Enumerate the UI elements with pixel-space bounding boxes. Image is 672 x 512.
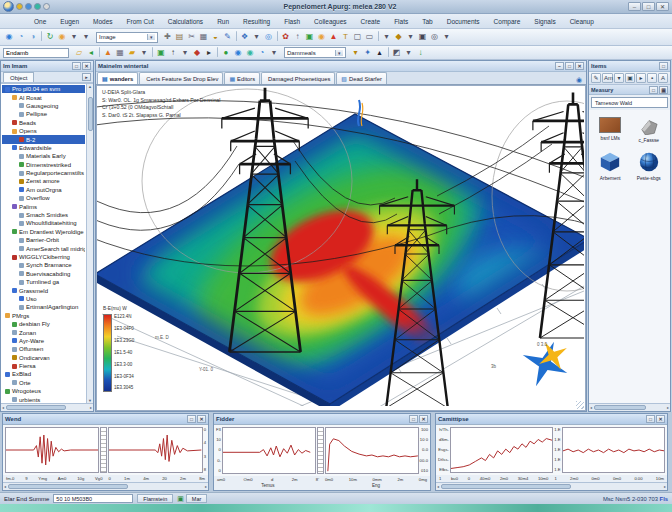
scroll-left-icon[interactable]: ◂ <box>2 405 4 410</box>
scroll-thumb[interactable] <box>594 405 646 410</box>
properties-tool-button[interactable]: A <box>658 73 668 83</box>
tree-item[interactable]: Am outOrgna <box>2 186 85 194</box>
toolbar-icon[interactable]: ▸ <box>203 47 215 59</box>
toolbar-icon[interactable]: ✦ <box>362 47 374 59</box>
image-combo[interactable]: Image▾ <box>96 32 158 43</box>
chevron-down-icon[interactable]: ▾ <box>147 34 155 40</box>
tree-item[interactable]: Barrier-Orbit <box>2 236 85 244</box>
scroll-thumb[interactable] <box>441 484 571 489</box>
status-button[interactable]: Flamstein <box>137 494 173 503</box>
menu-item[interactable]: Compare <box>488 17 527 26</box>
plot-horizontal-scrollbar[interactable]: ◂▸ <box>3 482 208 490</box>
tree-horizontal-scrollbar[interactable]: ◂▸ <box>1 403 93 411</box>
toolbar-icon[interactable]: ▤ <box>174 31 186 43</box>
tree-item[interactable]: Opens <box>2 127 85 135</box>
toolbar-icon[interactable]: ▰ <box>126 47 138 59</box>
material-tile-cube[interactable]: Arbement <box>592 148 629 184</box>
menu-item[interactable]: Flats <box>388 17 414 26</box>
tree-item[interactable]: Zonan <box>2 328 85 336</box>
scroll-thumb[interactable] <box>8 484 128 489</box>
scroll-down-icon[interactable]: ▼ <box>88 398 92 403</box>
toolbar-icon[interactable]: ◂ <box>85 47 97 59</box>
template-dropdown[interactable]: Tamesow Wald <box>591 97 668 108</box>
quick-dot-icon[interactable] <box>34 3 41 10</box>
tree-item[interactable]: Orte <box>2 379 85 387</box>
panel-button[interactable]: □ <box>72 62 81 70</box>
window-control-button[interactable]: – <box>628 2 641 11</box>
panel-button[interactable]: ✕ <box>656 415 665 423</box>
tree-item[interactable]: ErtimanlAgarlington <box>2 303 85 311</box>
menu-item[interactable]: One <box>28 17 52 26</box>
toolbar-icon[interactable]: ▾ <box>441 31 453 43</box>
toolbar-icon[interactable]: ◆ <box>393 31 405 43</box>
menu-item[interactable]: Colleagues <box>308 17 353 26</box>
quick-dot-icon[interactable] <box>43 3 50 10</box>
menu-item[interactable]: Modes <box>87 17 119 26</box>
menu-item[interactable]: Signals <box>528 17 561 26</box>
tree-item[interactable]: desbian Fly <box>2 320 85 328</box>
status-link[interactable]: Fls <box>660 496 668 502</box>
tree-item[interactable]: Grassmeld <box>2 286 85 294</box>
panel-button[interactable]: ▣ <box>659 86 668 94</box>
toolbar-icon[interactable] <box>388 47 389 57</box>
tree-item[interactable]: Zenst amore <box>2 177 85 185</box>
tree-item[interactable]: Overflow <box>2 194 85 202</box>
toolbar-icon[interactable]: ▾ <box>403 47 415 59</box>
toolbar-icon[interactable]: ↑ <box>167 47 179 59</box>
toolbar-icon[interactable]: ● <box>220 47 232 59</box>
toolbar-icon[interactable]: ◒ <box>210 31 222 43</box>
scroll-left-icon[interactable]: ◂ <box>590 405 592 410</box>
properties-horizontal-scrollbar[interactable]: ◂▸ <box>589 403 670 411</box>
menu-item[interactable]: Tab <box>416 17 438 26</box>
tree-item[interactable]: Buervisacabding <box>2 270 85 278</box>
document-tab[interactable]: Certs Feature Sw Drop Elev <box>139 72 223 84</box>
properties-tool-button[interactable]: ▾ <box>614 73 624 83</box>
scroll-up-icon[interactable]: ▲ <box>88 84 92 89</box>
toolbar-icon[interactable]: ↓ <box>415 47 427 59</box>
tree-vertical-scrollbar[interactable]: ▲▼ <box>86 84 93 403</box>
toolbar-icon[interactable]: ◆ <box>191 47 203 59</box>
menu-item[interactable]: Calculations <box>162 17 209 26</box>
toolbar-icon[interactable]: T <box>340 31 352 43</box>
scroll-right-icon[interactable]: ▸ <box>667 405 669 410</box>
toolbar-icon[interactable] <box>152 47 153 57</box>
tree-item[interactable]: Edwardsible <box>2 144 85 152</box>
toolbar-icon[interactable]: ◉ <box>316 31 328 43</box>
mode-combo[interactable]: Dammeals▾ <box>284 47 346 58</box>
window-control-button[interactable]: ✕ <box>656 2 669 11</box>
toolbar-icon[interactable]: ▭ <box>364 31 376 43</box>
tree-item[interactable]: Dimenstrestriked <box>2 161 85 169</box>
tree-item[interactable]: PMrgs <box>2 312 85 320</box>
quick-dot-icon[interactable] <box>25 3 32 10</box>
status-button[interactable]: Mar <box>186 494 207 503</box>
toolbar-icon[interactable]: ▾ <box>179 47 191 59</box>
toolbar-icon[interactable] <box>217 47 218 57</box>
scroll-right-icon[interactable]: ▸ <box>205 484 207 489</box>
scroll-thumb[interactable] <box>6 405 66 410</box>
toolbar-icon[interactable]: ▢ <box>352 31 364 43</box>
tree-item[interactable]: Al Rosat <box>2 93 85 101</box>
tree-item[interactable]: Palims <box>2 202 85 210</box>
tree-item[interactable]: Pro pl0.04 en svm <box>2 85 85 93</box>
document-tab[interactable]: ▦Editors <box>224 72 260 84</box>
menu-item[interactable]: Documents <box>441 17 486 26</box>
tree-item[interactable]: Offunsen <box>2 345 85 353</box>
menu-item[interactable]: Eugen <box>54 17 85 26</box>
menu-item[interactable]: Cleanup <box>564 17 600 26</box>
tree-item[interactable]: Smach Smidtes <box>2 211 85 219</box>
toolbar-icon[interactable]: ▾ <box>68 31 80 43</box>
tree-item[interactable]: ExBlad <box>2 370 85 378</box>
tree-item[interactable]: Fiersa <box>2 362 85 370</box>
tree-item[interactable]: Whoultfiditatehiting <box>2 219 85 227</box>
document-tab[interactable]: ▤wanders <box>97 72 138 84</box>
toolbar-icon[interactable]: ▲ <box>328 31 340 43</box>
panel-button[interactable]: □ <box>646 415 655 423</box>
document-tab[interactable]: Damaged Phoenetiques <box>261 72 335 84</box>
toolbar-icon[interactable]: ❖ <box>239 31 251 43</box>
tree-item[interactable]: Gausgeoing <box>2 102 85 110</box>
toolbar-icon[interactable]: ▣ <box>155 47 167 59</box>
toolbar-icon[interactable]: ▾ <box>138 47 150 59</box>
tree-item[interactable]: Ondicarvan <box>2 354 85 362</box>
properties-tool-button[interactable]: ✎ <box>591 73 601 83</box>
toolbar-icon[interactable]: ↑ <box>292 31 304 43</box>
